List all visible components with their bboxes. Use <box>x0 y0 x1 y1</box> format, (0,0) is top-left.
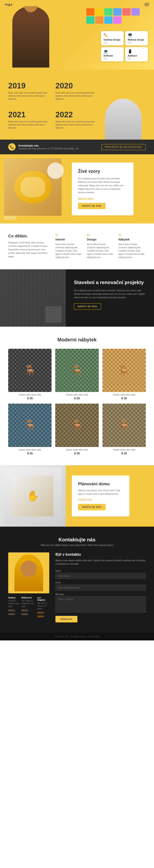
furniture-name-1: Gastón nada vales nada <box>8 394 52 396</box>
stripe-line <box>4 219 17 219</box>
contact-strip-title: Kontaktujte nás. <box>19 144 78 147</box>
what-col-interior: 01. Interiér Ipsum dolor sit amet, conse… <box>55 234 83 259</box>
email-label: Email <box>55 582 146 584</box>
hero-card-2: 🖥️ Webový design více <box>125 31 148 45</box>
year-2019-text: Byste měli uvést rok a stručně popsat na… <box>8 91 53 100</box>
furniture-price-4: $ 25 <box>8 452 52 455</box>
contact-main-subtitle: Máte pro nás nějaké dotazy nebo připomín… <box>8 544 146 546</box>
what-section: Co dělám. Paragraph. Lorem Ipsum dolor s… <box>0 223 154 269</box>
message-form-group: Message <box>55 593 146 613</box>
sticky-note <box>95 8 103 16</box>
person-silhouette <box>105 99 142 140</box>
address-melbourne: 105 Collins St, Melbourne VIC 3001 <box>21 600 35 608</box>
cushion-icon-6: 🪑 <box>118 420 130 431</box>
message-textarea[interactable] <box>55 596 146 613</box>
living-btn[interactable]: NAUČIT SE VÍCE <box>78 203 106 209</box>
desk-item <box>45 306 61 322</box>
sticky-note <box>122 8 131 16</box>
year-2022: 2022 <box>55 111 101 119</box>
send-button[interactable]: ODESLAT <box>55 616 77 622</box>
year-2020-text: Byste měli uvést rok a stručně popsat na… <box>55 91 101 100</box>
hero-person <box>10 6 51 70</box>
hero-card-4: 📱 Aplikace více <box>125 47 148 61</box>
footer: Copyright © 2024 - All Rights Reserved -… <box>0 632 154 641</box>
software-icon: 💻 <box>103 49 121 54</box>
cushion-icon-1: 🪑 <box>24 365 36 376</box>
what-cols: 01. Interiér Ipsum dolor sit amet, conse… <box>55 234 146 259</box>
name-label: Name <box>55 570 146 572</box>
planning-btn[interactable]: NAUČIT SE VÍCE <box>78 504 106 510</box>
planning-link[interactable]: Přečtěte si více <box>78 498 92 501</box>
phone-icon: 📞 <box>10 145 14 149</box>
message-label: Message <box>55 593 146 595</box>
stripe-line <box>4 217 17 218</box>
graphic-design-icon: ✏️ <box>103 33 121 38</box>
furniture-img-6: 🪑 <box>102 404 146 447</box>
hero-card-1: ✏️ Grafický design více <box>101 31 124 45</box>
furniture-img-5: 🪑 <box>55 404 99 447</box>
col-number-1: 01. <box>55 234 83 236</box>
construction-image <box>0 269 66 327</box>
phone-icon-circle: 📞 <box>8 143 16 151</box>
planning-content: Plánování domu Máte pro nás příkazy nebo… <box>66 465 154 527</box>
hero-cards: ✏️ Grafický design více 🖥️ Webový design… <box>101 31 148 61</box>
contact-head <box>21 561 37 577</box>
link-la[interactable]: Otevřít v mapách <box>37 611 44 617</box>
name-form-group: Name <box>55 570 146 579</box>
consultation-button[interactable]: PŘIHLÁSÍTE SE NA KONZULTACI <box>101 144 146 150</box>
col-title-1: Interiér <box>55 238 83 241</box>
hero-card-3: 💻 Software více <box>101 47 124 61</box>
construction-btn[interactable]: NAUČIT SE VÍCE <box>74 303 101 310</box>
contact-grid: Sydney 25 Pitt St Sydney NSW 2000 Otevří… <box>8 552 146 622</box>
col-text-2: Ipsum dolor sit amet, consectur adipisci… <box>87 243 114 259</box>
furniture-name-2: Gastón nada vales nada <box>55 394 99 396</box>
email-input[interactable] <box>55 585 146 591</box>
hero-card-4-title: Aplikace <box>128 55 145 57</box>
link-sydney[interactable]: Otevřít v mapách <box>8 609 15 615</box>
furniture-img-3: 🪑 <box>102 349 146 392</box>
contact-main-section: Kontaktujte nás Máte pro nás nějaké dota… <box>0 527 154 632</box>
furniture-item-6: 🪑 Gastón nada vales nada $ 25 <box>102 404 146 455</box>
hero-card-3-link[interactable]: více <box>103 57 121 59</box>
furniture-item-1: 🪑 Gastón nada vales nada $ 25 <box>8 349 52 400</box>
what-col-design: 02. Design Ipsum dolor sit amet, consect… <box>87 234 114 259</box>
hero-card-2-title: Webový design <box>128 38 145 41</box>
what-left-text: Paragraph. Lorem Ipsum dolor sit amet, c… <box>8 241 49 258</box>
address-la: 340 Main St, Venice, CA 90291 <box>37 602 49 610</box>
location-sydney: Sydney 25 Pitt St Sydney NSW 2000 Otevří… <box>8 597 19 618</box>
contact-person-silhouette <box>15 554 43 591</box>
contact-person-box <box>8 552 49 593</box>
planning-body: Máte pro nás příkazy nebo chcete začít? … <box>78 489 123 496</box>
pillow-inner <box>21 177 45 197</box>
col-title-2: Design <box>87 238 114 241</box>
year-item-2019: 2019 Byste měli uvést rok a stručně pops… <box>8 78 55 106</box>
furniture-item-4: 🪑 Gastón nada vales nada $ 25 <box>8 404 52 455</box>
construction-content: Stavební a renovační projekty Elit ut al… <box>66 269 154 327</box>
hero-card-3-title: Software <box>103 55 121 57</box>
cushion-icon-5: 🪑 <box>71 420 83 431</box>
location-melbourne: Melbourne 105 Collins St, Melbourne VIC … <box>21 597 35 618</box>
contact-locations: Sydney 25 Pitt St Sydney NSW 2000 Otevří… <box>8 597 49 618</box>
sticky-note <box>86 17 95 24</box>
living-white-box: Živé vzory Elit ut aliquam purus sit ame… <box>72 162 133 215</box>
hero-card-2-link[interactable]: více <box>128 41 145 43</box>
contact-strip-info: 📞 Kontaktujte nás. Zavolejte nám nebo pi… <box>8 143 78 151</box>
name-input[interactable] <box>55 573 146 579</box>
furniture-item-3: 🪑 Gastón nada vales nada $ 25 <box>102 349 146 400</box>
contact-right-col: Být v kontaktu Máte pro nás nějakou otáz… <box>55 552 146 622</box>
cushion-icon-4: 🪑 <box>24 420 36 431</box>
furniture-heading: Moderní nábytek <box>8 337 146 343</box>
link-melbourne[interactable]: Otevřít v mapách <box>21 609 28 615</box>
construction-body: Elit ut aliquam purus sit amet luctus ve… <box>74 289 146 299</box>
living-link[interactable]: Diskuze s přáteli <box>78 197 93 199</box>
hero-card-1-link[interactable]: více <box>103 41 121 43</box>
col-text-3: Ipsum dolor sit amet, consectur adipisci… <box>119 243 146 259</box>
hamburger-menu[interactable] <box>145 3 149 6</box>
hero-card-4-link[interactable]: více <box>128 57 145 59</box>
construction-heading: Stavební a renovační projekty <box>74 280 146 285</box>
circle-decoration <box>47 162 63 179</box>
footer-text: Copyright © 2024 - All Rights Reserved -… <box>54 636 100 638</box>
planning-white-box: Plánování domu Máte pro nás příkazy nebo… <box>72 475 129 516</box>
nav-bar: logo <box>0 0 154 9</box>
sticky-note <box>104 8 112 16</box>
